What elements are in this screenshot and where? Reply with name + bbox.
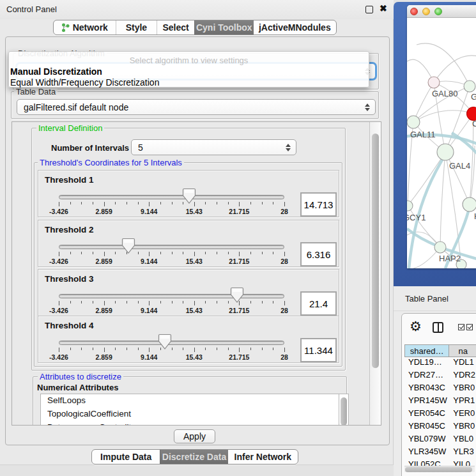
checkbox-icon[interactable] bbox=[458, 324, 464, 330]
cell-name: YPR1 bbox=[449, 395, 476, 408]
tab-label: Style bbox=[126, 22, 147, 33]
slider-tick bbox=[217, 301, 217, 303]
cell-name: YBR0 bbox=[449, 383, 476, 395]
tab-style[interactable]: Style bbox=[116, 20, 157, 35]
cell-shared-name: YDL19… bbox=[404, 357, 449, 370]
slider-tick bbox=[205, 301, 206, 303]
attribute-item[interactable]: BetweennessCentrality bbox=[41, 421, 339, 426]
node-label: GA bbox=[471, 92, 476, 102]
cell-shared-name: YBR043C bbox=[404, 383, 449, 395]
spinner-arrows-icon bbox=[285, 143, 291, 152]
column-header-shared-name[interactable]: shared… bbox=[404, 344, 449, 357]
table-row[interactable]: YBR045CYBR0 bbox=[404, 421, 476, 434]
algorithm-dropdown-popup: Select algorithm to view settings Manual… bbox=[8, 51, 369, 88]
num-intervals-value: 5 bbox=[138, 142, 143, 153]
slider-tick bbox=[172, 202, 173, 204]
tab-discretize-data[interactable]: Discretize Data bbox=[160, 450, 227, 464]
slider-tick bbox=[239, 252, 240, 256]
slider-tick-label: -3.426 bbox=[49, 353, 68, 361]
gal80-node[interactable] bbox=[428, 77, 440, 88]
gear-icon[interactable]: ⚙ bbox=[410, 319, 422, 333]
right-node[interactable] bbox=[463, 197, 476, 211]
slider-track[interactable] bbox=[59, 294, 284, 298]
slider-tick bbox=[183, 348, 183, 350]
apply-button[interactable]: Apply bbox=[174, 429, 215, 443]
gal11-node[interactable] bbox=[407, 116, 420, 128]
algorithm-popup-item[interactable]: Equal Width/Frequency Discretization bbox=[10, 77, 159, 88]
threshold-value-field[interactable]: 6.316 bbox=[300, 242, 337, 266]
slider-tick bbox=[138, 348, 139, 350]
combo-arrows-icon bbox=[364, 103, 370, 112]
slider-tick bbox=[284, 348, 285, 352]
close-traffic-light[interactable] bbox=[410, 8, 418, 15]
threshold-label: Threshold 3 bbox=[45, 274, 94, 284]
slider-handle[interactable] bbox=[121, 238, 135, 257]
hap2-node[interactable] bbox=[434, 242, 446, 253]
table-row[interactable]: YPR145WYPR1 bbox=[404, 395, 476, 408]
slider-tick bbox=[205, 252, 206, 254]
slider-tick bbox=[149, 252, 150, 256]
table-data-combo[interactable]: galFiltered.sif default node bbox=[17, 99, 376, 115]
tab-cyni-toolbox[interactable]: Cyni Toolbox bbox=[194, 20, 254, 35]
horizontal-scrollbar-thumb[interactable] bbox=[405, 467, 472, 472]
table-data-title: Table Data bbox=[14, 87, 58, 96]
tab-network[interactable]: Network bbox=[54, 20, 116, 35]
table-row[interactable]: YBR043CYBR0 bbox=[404, 383, 476, 395]
attribute-item[interactable]: SelfLoops bbox=[41, 394, 339, 408]
table-row[interactable]: YDR27…YDR2 bbox=[404, 370, 476, 383]
checkbox-icon[interactable] bbox=[466, 324, 473, 330]
minimize-traffic-light[interactable] bbox=[422, 8, 430, 15]
gal4-node[interactable] bbox=[437, 144, 454, 160]
node-label: C bbox=[472, 119, 476, 128]
top-right-node[interactable] bbox=[464, 81, 475, 92]
threshold-panel: Threshold 1-3.4262.8599.14415.4321.71528… bbox=[38, 170, 339, 217]
vertical-scrollbar[interactable] bbox=[369, 122, 381, 425]
thresholds-group-title: Threshold's Coordinates for 5 Intervals bbox=[38, 158, 184, 167]
slider-handle[interactable] bbox=[182, 188, 196, 207]
table-row[interactable]: YER054CYER0 bbox=[404, 408, 476, 421]
settings-scroll-pane: Interval Definition Number of Intervals … bbox=[12, 121, 381, 426]
close-icon[interactable]: ✖ bbox=[380, 3, 387, 13]
slider-tick bbox=[81, 301, 82, 303]
control-panel-title: Control Panel bbox=[6, 4, 57, 14]
slider-tick bbox=[194, 252, 195, 256]
table-row[interactable]: YBL079WYBL0 bbox=[404, 434, 476, 447]
slider-tick bbox=[59, 348, 59, 352]
slider-track[interactable] bbox=[59, 245, 284, 249]
network-canvas[interactable]: GAL80GACGAL11GAL4GCY1HHAP2 bbox=[407, 18, 476, 268]
tab-impute-data[interactable]: Impute Data bbox=[92, 450, 160, 464]
threshold-value-field[interactable]: 11.344 bbox=[300, 338, 337, 362]
slider-tick bbox=[127, 202, 127, 204]
slider-tick bbox=[81, 202, 82, 204]
slider-track[interactable] bbox=[59, 195, 284, 199]
gcy1-node[interactable] bbox=[407, 201, 413, 211]
attributes-list-scrollbar[interactable] bbox=[339, 394, 349, 426]
attribute-item[interactable]: TopologicalCoefficient bbox=[41, 408, 339, 421]
slider-tick-label: 2.859 bbox=[95, 257, 112, 265]
horizontal-scrollbar[interactable] bbox=[404, 466, 475, 472]
slider-handle[interactable] bbox=[158, 334, 172, 353]
slider-tick bbox=[70, 202, 71, 204]
columns-icon[interactable] bbox=[433, 322, 443, 333]
tab-jactivemnodules[interactable]: jActiveMNodules bbox=[254, 20, 336, 35]
attributes-group-title: Attributes to discretize bbox=[38, 372, 123, 381]
tab-select[interactable]: Select bbox=[157, 20, 194, 35]
slider-tick bbox=[217, 202, 217, 204]
algorithm-popup-item[interactable]: Manual Discretization bbox=[10, 66, 102, 77]
table-row[interactable]: YDL19…YDL1 bbox=[404, 357, 476, 370]
threshold-value-field[interactable]: 14.713 bbox=[300, 192, 337, 217]
table-row[interactable]: YLR345WYLR3 bbox=[404, 447, 476, 459]
slider-handle[interactable] bbox=[230, 287, 244, 306]
vertical-scrollbar-thumb[interactable] bbox=[372, 134, 379, 368]
zoom-traffic-light[interactable] bbox=[434, 8, 442, 15]
numerical-attributes-list[interactable]: SelfLoopsTopologicalCoefficientBetweenne… bbox=[40, 394, 339, 426]
column-header-name[interactable]: na bbox=[449, 344, 476, 357]
interval-definition-title: Interval Definition bbox=[36, 123, 104, 133]
tab-infer-network[interactable]: Infer Network bbox=[228, 450, 298, 464]
float-window-icon[interactable] bbox=[365, 6, 373, 13]
slider-tick-label: 9.144 bbox=[141, 257, 157, 265]
slider-tick bbox=[228, 202, 229, 204]
threshold-value-field[interactable]: 21.4 bbox=[300, 291, 337, 316]
slider-tick bbox=[59, 202, 59, 206]
num-intervals-spinner[interactable]: 5 bbox=[131, 139, 296, 155]
